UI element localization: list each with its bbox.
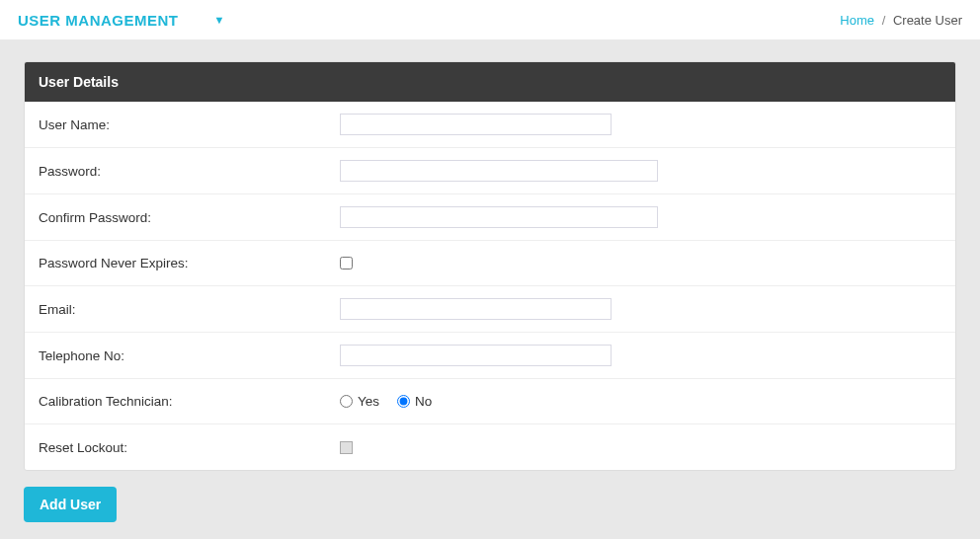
row-password: Password:	[25, 148, 955, 194]
row-reset-lockout: Reset Lockout:	[25, 424, 955, 470]
password-input[interactable]	[340, 160, 658, 182]
calibration-technician-radio-group: Yes No	[340, 394, 432, 409]
top-bar: USER MANAGEMENT ▼ Home / Create User	[0, 0, 980, 39]
label-calibration-technician: Calibration Technician:	[39, 394, 340, 409]
label-password-never-expires: Password Never Expires:	[39, 256, 340, 270]
breadcrumb-home-link[interactable]: Home	[840, 13, 874, 28]
breadcrumb-current: Create User	[893, 13, 962, 28]
button-row: Add User	[24, 471, 956, 522]
radio-option-no[interactable]: No	[397, 394, 432, 409]
label-reset-lockout: Reset Lockout:	[39, 440, 340, 455]
password-never-expires-checkbox[interactable]	[340, 257, 353, 270]
label-email: Email:	[39, 302, 340, 317]
row-telephone: Telephone No:	[25, 333, 955, 379]
breadcrumb-separator: /	[882, 13, 886, 28]
confirm-password-input[interactable]	[340, 206, 658, 228]
content-area: User Details User Name: Password: Confir…	[0, 39, 980, 539]
username-input[interactable]	[340, 114, 612, 135]
row-confirm-password: Confirm Password:	[25, 194, 955, 241]
chevron-down-icon[interactable]: ▼	[214, 14, 225, 26]
email-input[interactable]	[340, 298, 612, 320]
label-username: User Name:	[39, 117, 340, 132]
row-password-never-expires: Password Never Expires:	[25, 241, 955, 286]
page-title-wrap: USER MANAGEMENT ▼	[18, 12, 224, 29]
radio-label-yes: Yes	[358, 394, 379, 409]
user-details-panel: User Details User Name: Password: Confir…	[24, 61, 956, 471]
calibration-no-radio[interactable]	[397, 395, 410, 408]
telephone-input[interactable]	[340, 345, 612, 366]
radio-label-no: No	[415, 394, 432, 409]
label-telephone: Telephone No:	[39, 348, 340, 363]
label-password: Password:	[39, 164, 340, 179]
add-user-button[interactable]: Add User	[24, 487, 117, 522]
label-confirm-password: Confirm Password:	[39, 210, 340, 225]
page-title: USER MANAGEMENT	[18, 12, 179, 29]
calibration-yes-radio[interactable]	[340, 395, 353, 408]
reset-lockout-checkbox	[340, 441, 353, 454]
row-email: Email:	[25, 286, 955, 333]
row-username: User Name:	[25, 102, 955, 148]
panel-header: User Details	[25, 62, 955, 102]
radio-option-yes[interactable]: Yes	[340, 394, 379, 409]
breadcrumb: Home / Create User	[840, 13, 962, 28]
row-calibration-technician: Calibration Technician: Yes No	[25, 379, 955, 424]
